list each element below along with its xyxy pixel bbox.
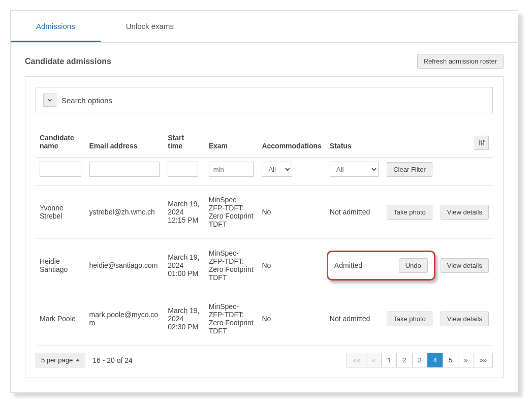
filter-email-input[interactable] xyxy=(89,162,160,177)
undo-button[interactable]: Undo xyxy=(399,258,428,273)
cell-email: ystrebel@zh.wmc.ch xyxy=(85,185,164,239)
page-last[interactable]: »» xyxy=(474,353,493,367)
cell-action: Take photo xyxy=(383,292,436,346)
header-start[interactable]: Start time xyxy=(164,129,204,158)
table-footer: 5 per page 16 - 20 of 24 «««12345»»» xyxy=(36,349,493,367)
cell-exam: MinSpec-ZFP-TDFT: Zero Footprint TDFT xyxy=(205,239,258,292)
page-3[interactable]: 3 xyxy=(412,353,428,367)
filter-status-select[interactable]: All xyxy=(330,162,379,177)
take-photo-button[interactable]: Take photo xyxy=(387,312,432,326)
cell-accom: No xyxy=(258,185,325,239)
range-text: 16 - 20 of 24 xyxy=(92,356,133,364)
section-header: Candidate admissions Refresh admission r… xyxy=(11,43,518,76)
header-status[interactable]: Status xyxy=(326,129,383,158)
search-options-toggle[interactable] xyxy=(43,94,56,107)
refresh-roster-button[interactable]: Refresh admission roster xyxy=(417,54,504,69)
admissions-table: Candidate name Email address Start time … xyxy=(36,129,493,346)
svg-point-5 xyxy=(483,140,484,141)
clear-filter-button[interactable]: Clear Filter xyxy=(387,162,432,177)
per-page-dropdown[interactable]: 5 per page xyxy=(36,353,85,367)
per-page-label: 5 per page xyxy=(41,356,73,364)
cell-action: Take photo xyxy=(383,185,436,239)
header-name[interactable]: Candidate name xyxy=(36,129,85,158)
filter-row: All All Clear Filter xyxy=(36,158,493,185)
header-exam[interactable]: Exam xyxy=(205,129,258,158)
table-row: Yvonne Strebelystrebel@zh.wmc.chMarch 19… xyxy=(36,185,493,239)
cell-name: Yvonne Strebel xyxy=(36,185,85,239)
svg-point-1 xyxy=(479,141,480,142)
filter-exam-input[interactable] xyxy=(209,162,254,177)
page-5[interactable]: 5 xyxy=(443,353,458,367)
view-details-button[interactable]: View details xyxy=(441,258,489,273)
pagination: «««12345»»» xyxy=(347,353,493,367)
cell-status-highlighted: AdmittedUndo xyxy=(326,239,436,292)
cell-accom: No xyxy=(258,239,325,292)
cell-start: March 19, 2024 02:30 PM xyxy=(164,292,204,346)
cell-action: View details xyxy=(436,292,493,346)
page-next[interactable]: » xyxy=(458,353,474,367)
page-prev: « xyxy=(366,353,382,367)
status-highlight-box: AdmittedUndo xyxy=(327,251,435,281)
cell-email: mark.poole@myco.com xyxy=(85,292,164,346)
page-2[interactable]: 2 xyxy=(396,353,412,367)
cell-status: Not admitted xyxy=(326,185,383,239)
table-row: Mark Poolemark.poole@myco.comMarch 19, 2… xyxy=(36,292,493,346)
cell-start: March 19, 2024 01:00 PM xyxy=(164,239,204,292)
page-1[interactable]: 1 xyxy=(381,353,397,367)
page-4[interactable]: 4 xyxy=(427,353,443,367)
caret-up-icon xyxy=(76,359,80,361)
admissions-panel: Admissions Unlock exams Candidate admiss… xyxy=(10,10,518,393)
cell-accom: No xyxy=(258,292,325,346)
take-photo-button[interactable]: Take photo xyxy=(387,205,432,220)
table-row: Heidie Santiagoheidie@santiago.comMarch … xyxy=(36,239,493,292)
section-title: Candidate admissions xyxy=(25,57,111,66)
header-email[interactable]: Email address xyxy=(85,129,164,158)
tab-admissions[interactable]: Admissions xyxy=(11,11,101,42)
cell-exam: MinSpec-ZFP-TDFT: Zero Footprint TDFT xyxy=(205,292,258,346)
view-details-button[interactable]: View details xyxy=(441,205,489,220)
tabs-bar: Admissions Unlock exams xyxy=(11,11,518,43)
page-first: «« xyxy=(347,353,366,367)
filter-start-input[interactable] xyxy=(168,162,198,177)
cell-name: Mark Poole xyxy=(36,292,85,346)
cell-name: Heidie Santiago xyxy=(36,239,85,292)
cell-action: View details xyxy=(436,185,493,239)
view-details-button[interactable]: View details xyxy=(441,312,489,326)
svg-point-3 xyxy=(481,143,482,144)
cell-email: heidie@santiago.com xyxy=(85,239,164,292)
table-settings-button[interactable] xyxy=(475,136,489,150)
header-accom[interactable]: Accommodations xyxy=(258,129,325,158)
sliders-icon xyxy=(478,139,485,146)
search-options-panel: Search options xyxy=(36,87,493,113)
cell-start: March 19, 2024 12:15 PM xyxy=(164,185,204,239)
cell-exam: MinSpec-ZFP-TDFT: Zero Footprint TDFT xyxy=(205,185,258,239)
content-inner: Search options Candidate name Email addr… xyxy=(25,76,504,378)
cell-status: Not admitted xyxy=(326,292,383,346)
tab-unlock-exams[interactable]: Unlock exams xyxy=(101,11,199,42)
cell-action: View details xyxy=(436,239,493,292)
search-options-label: Search options xyxy=(61,96,112,105)
filter-accom-select[interactable]: All xyxy=(262,162,292,177)
filter-name-input[interactable] xyxy=(40,162,81,177)
chevron-down-icon xyxy=(46,97,53,104)
status-text: Admitted xyxy=(334,261,362,269)
